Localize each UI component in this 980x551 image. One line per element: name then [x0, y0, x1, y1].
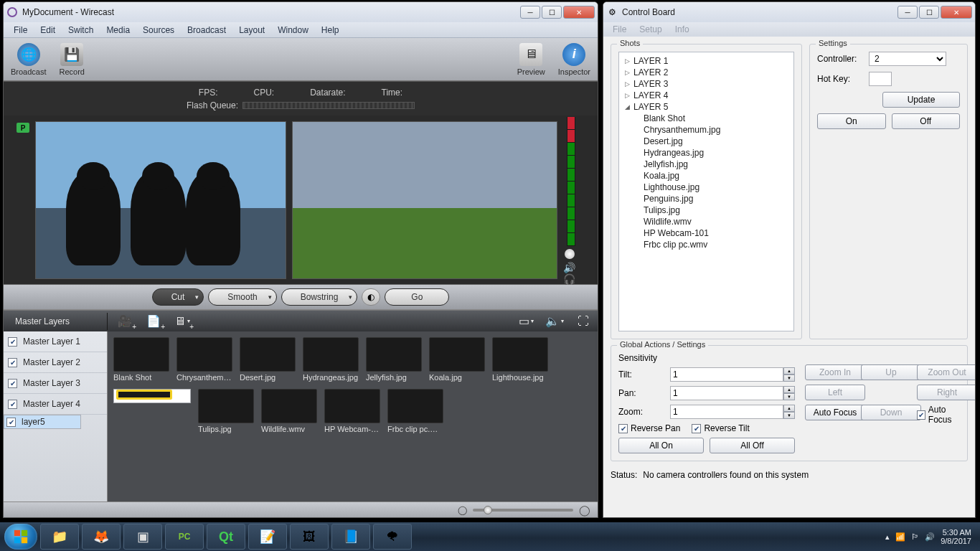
speaker-icon[interactable]: 🔊	[563, 262, 576, 272]
minimize-button[interactable]: ─	[520, 6, 540, 19]
reverse-tilt-checkbox[interactable]: ✔Reverse Tilt	[692, 423, 749, 433]
shot-thumbnail[interactable]: Lighthouse.jpg	[492, 337, 548, 382]
menu-sources[interactable]: Sources	[137, 24, 180, 37]
menu-media[interactable]: Media	[100, 24, 136, 37]
tree-shot-item[interactable]: Wildlife.wmv	[621, 216, 792, 227]
tray-chevron-icon[interactable]: ▴	[885, 532, 890, 542]
zoom-out-button[interactable]: Zoom Out	[917, 364, 975, 380]
menu-help[interactable]: Help	[316, 24, 345, 37]
tray-volume-icon[interactable]: 🔊	[925, 532, 935, 542]
shot-thumbnail[interactable]: HP Webcam-101	[324, 389, 380, 433]
go-button[interactable]: Go	[385, 288, 449, 306]
tree-layer-item[interactable]: ▷LAYER 3	[621, 78, 792, 90]
close-button[interactable]: ✕	[563, 6, 595, 19]
record-button[interactable]: 💾 Record	[60, 43, 85, 76]
auto-focus-checkbox[interactable]: ✔Auto Focus	[917, 405, 967, 425]
down-button[interactable]: Down	[861, 405, 921, 420]
taskbar-pycharm[interactable]: PC	[165, 524, 204, 550]
tray-action-icon[interactable]: 🏳	[911, 532, 919, 541]
tree-expand-icon[interactable]: ▷	[623, 92, 631, 99]
all-off-button[interactable]: All Off	[710, 438, 795, 453]
layer-checkbox[interactable]: ✔	[8, 400, 17, 409]
preview-button[interactable]: 🖥 Preview	[517, 43, 545, 76]
layer-row[interactable]: ✔Master Layer 4	[4, 394, 107, 415]
right-button[interactable]: Right	[917, 385, 975, 400]
add-file-button[interactable]: 📄+	[141, 314, 166, 329]
tree-expand-icon[interactable]: ◢	[623, 103, 631, 110]
close-button[interactable]: ✕	[941, 6, 972, 19]
shot-thumbnail[interactable]: Frbc clip pc.wmv	[387, 389, 443, 433]
wirecast-titlebar[interactable]: MyDocument - Wirecast ─ ☐ ✕	[4, 2, 598, 22]
taskbar-app1[interactable]: 🖼	[290, 524, 329, 550]
layer-checkbox[interactable]: ✔	[8, 358, 17, 367]
tree-shot-item[interactable]: Blank Shot	[621, 113, 792, 124]
all-on-button[interactable]: All On	[618, 438, 704, 453]
menu-file[interactable]: File	[608, 24, 631, 35]
cut-button[interactable]: Cut▾	[152, 288, 204, 306]
control-board-titlebar[interactable]: ⚙ Control Board ─ ☐ ✕	[603, 2, 975, 22]
tree-expand-icon[interactable]: ▷	[623, 80, 631, 88]
shot-thumbnail[interactable]: Jellyfish.jpg	[366, 337, 422, 382]
menu-info[interactable]: Info	[670, 24, 694, 35]
headphones-icon[interactable]: 🎧	[563, 273, 576, 283]
zoom-in-button[interactable]: Zoom In	[805, 364, 865, 380]
taskbar-app2[interactable]: 📘	[331, 524, 370, 550]
layer-row[interactable]: ✔layer5	[4, 415, 81, 429]
menu-file[interactable]: File	[8, 24, 33, 37]
bowstring-button[interactable]: Bowstring▾	[281, 288, 358, 306]
shot-thumbnail[interactable]: Penguins.jpg	[113, 389, 191, 403]
shot-thumbnail[interactable]: Desert.jpg	[240, 337, 296, 382]
layer-checkbox[interactable]: ✔	[8, 337, 17, 347]
tree-shot-item[interactable]: Desert.jpg	[621, 136, 792, 147]
zoom-spinner[interactable]: ▲▼	[670, 405, 795, 419]
controller-select[interactable]: 2	[869, 52, 946, 66]
zoom-out-icon[interactable]: ◯	[458, 505, 467, 515]
off-button[interactable]: Off	[892, 113, 961, 129]
menu-setup[interactable]: Setup	[634, 24, 666, 35]
layer-row[interactable]: ✔Master Layer 2	[4, 352, 107, 373]
tree-shot-item[interactable]: Hydrangeas.jpg	[621, 147, 792, 159]
preview-monitor[interactable]	[35, 121, 286, 279]
tree-shot-item[interactable]: Lighthouse.jpg	[621, 182, 792, 193]
maximize-button[interactable]: ☐	[919, 6, 939, 19]
tray-network-icon[interactable]: 📶	[895, 532, 905, 542]
minimize-button[interactable]: ─	[897, 6, 918, 19]
menu-window[interactable]: Window	[272, 24, 314, 37]
menu-broadcast[interactable]: Broadcast	[182, 24, 232, 37]
tree-shot-item[interactable]: Penguins.jpg	[621, 193, 792, 204]
tree-layer-item[interactable]: ◢LAYER 5	[621, 101, 792, 113]
taskbar-firefox[interactable]: 🦊	[82, 524, 121, 550]
smooth-button[interactable]: Smooth▾	[208, 288, 276, 306]
up-button[interactable]: Up	[861, 364, 921, 380]
hotkey-input[interactable]	[869, 72, 892, 86]
shot-thumbnail[interactable]: Chrysanthemum.	[176, 337, 232, 382]
tree-expand-icon[interactable]: ▷	[623, 69, 631, 76]
transition-speed-dial[interactable]: ◐	[362, 288, 380, 306]
menu-switch[interactable]: Switch	[62, 24, 99, 37]
menu-layout[interactable]: Layout	[233, 24, 270, 37]
tree-layer-item[interactable]: ▷LAYER 4	[621, 90, 792, 101]
auto-focus-button[interactable]: Auto Focus	[805, 405, 865, 420]
tree-shot-item[interactable]: Jellyfish.jpg	[621, 159, 792, 170]
layer-checkbox[interactable]: ✔	[8, 379, 17, 388]
taskbar-qt[interactable]: Qt	[207, 524, 245, 550]
shot-thumbnail[interactable]: Tulips.jpg	[198, 389, 254, 433]
audio-level-knob[interactable]	[565, 249, 575, 259]
on-button[interactable]: On	[817, 113, 886, 129]
taskbar-explorer[interactable]: 📁	[40, 524, 79, 550]
taskbar-wirecast[interactable]: 🌪	[373, 524, 412, 550]
live-monitor[interactable]	[292, 121, 557, 279]
taskbar-notepad[interactable]: 📝	[248, 524, 287, 550]
layer-row[interactable]: ✔Master Layer 3	[4, 373, 107, 394]
shot-thumbnail[interactable]: Koala.jpg	[429, 337, 485, 382]
reverse-pan-checkbox[interactable]: ✔Reverse Pan	[618, 423, 680, 433]
shot-thumbnail[interactable]: Hydrangeas.jpg	[303, 337, 359, 382]
tree-shot-item[interactable]: Frbc clip pc.wmv	[621, 239, 792, 250]
update-button[interactable]: Update	[882, 92, 960, 108]
layer-checkbox[interactable]: ✔	[6, 418, 16, 427]
inspector-button[interactable]: i Inspector	[558, 43, 590, 76]
fullscreen-button[interactable]: ⛶	[571, 314, 595, 329]
broadcast-button[interactable]: 🌐 Broadcast	[11, 43, 47, 76]
pan-spinner[interactable]: ▲▼	[670, 386, 795, 400]
left-button[interactable]: Left	[805, 385, 865, 400]
